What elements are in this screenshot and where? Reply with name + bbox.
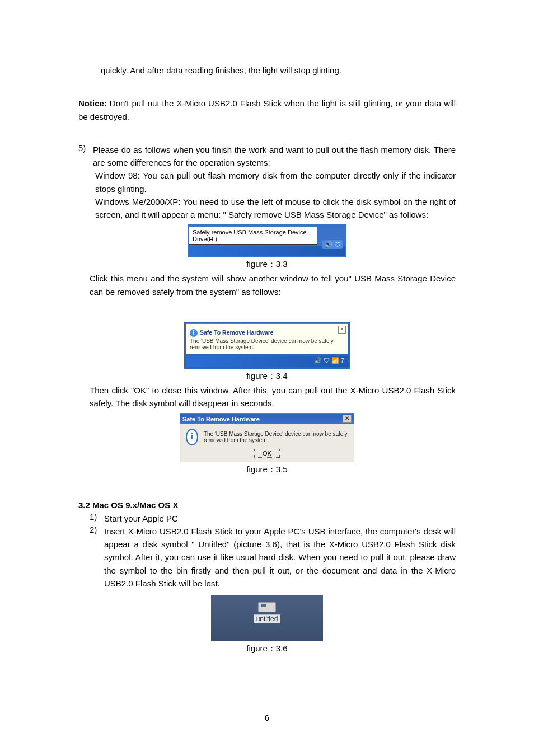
system-tray-icons: 🔊 🛡 📶 7:	[314, 357, 346, 364]
disk-icon	[258, 602, 276, 612]
list-body: Insert X-Micro USB2.0 Flash Stick to you…	[104, 525, 456, 590]
body-text: Please do as follows when you finish the…	[93, 143, 456, 170]
figure-caption: figure：3.3	[78, 259, 456, 270]
dialog-body: i The 'USB Mass Storage Device' device c…	[180, 424, 354, 448]
spacer	[78, 298, 456, 308]
figure-caption: figure：3.4	[78, 371, 456, 382]
disk-label: untitled	[254, 614, 281, 623]
section-heading-3-2: 3.2 Mac OS 9.x/Mac OS X	[78, 499, 456, 511]
notification-balloon: × iSafe To Remove Hardware The 'USB Mass…	[186, 323, 348, 354]
body-text: quickly. And after data reading finishes…	[78, 64, 456, 77]
body-text: Window 98: You can pull out flash memory…	[93, 169, 456, 195]
dialog-message: The 'USB Mass Storage Device' device can…	[204, 431, 348, 443]
screenshot-safely-remove-menu: Safely remove USB Mass Storage Device - …	[188, 224, 346, 257]
info-icon: i	[186, 429, 198, 445]
list-item-1: 1) Start your Apple PC	[78, 512, 456, 525]
document-page: quickly. And after data reading finishes…	[0, 0, 534, 756]
taskbar: 🔊 🛡	[189, 246, 345, 256]
spacer	[78, 133, 456, 143]
body-text: Then click "OK" to close this window. Af…	[78, 384, 456, 410]
spacer	[78, 123, 456, 133]
figure-caption: figure：3.6	[78, 644, 456, 654]
figure-3-6: untitled	[78, 595, 456, 641]
spacer	[78, 77, 456, 87]
spacer	[78, 308, 456, 318]
system-tray-icons: 🔊 🛡	[322, 240, 343, 249]
notice-label: Notice:	[78, 98, 107, 108]
page-number: 6	[0, 713, 534, 722]
list-number: 2)	[90, 525, 104, 590]
list-item-5: 5) Please do as follows when you finish …	[78, 143, 456, 222]
list-body: Start your Apple PC	[104, 512, 456, 525]
notice-paragraph: Notice: Don't pull out the X-Micro USB2.…	[78, 97, 456, 123]
body-text: Insert X-Micro USB2.0 Flash Stick to you…	[104, 525, 456, 590]
figure-3-3: Safely remove USB Mass Storage Device - …	[78, 224, 456, 257]
close-icon: ×	[338, 326, 346, 334]
figure-caption: figure：3.5	[78, 464, 456, 475]
balloon-title-row: iSafe To Remove Hardware	[190, 327, 344, 337]
figure-3-5: Safe To Remove Hardware ✕ i The 'USB Mas…	[78, 413, 456, 462]
info-icon: i	[190, 329, 198, 337]
notice-text: Don't pull out the X-Micro USB2.0 Flash …	[78, 98, 456, 121]
screenshot-mac-desktop-disk: untitled	[211, 595, 323, 641]
spacer	[78, 87, 456, 97]
list-number: 5)	[78, 143, 93, 222]
dialog-button-row: OK	[180, 448, 354, 462]
taskbar: 🔊 🛡 📶 7:	[186, 356, 348, 367]
balloon-body: The 'USB Mass Storage Device' device can…	[190, 338, 344, 350]
figure-3-4: × iSafe To Remove Hardware The 'USB Mass…	[78, 322, 456, 369]
close-icon: ✕	[343, 415, 352, 423]
body-text: Windows Me/2000/XP: You need to use the …	[93, 195, 456, 222]
dialog-titlebar: Safe To Remove Hardware ✕	[180, 414, 354, 424]
screenshot-balloon-tip: × iSafe To Remove Hardware The 'USB Mass…	[184, 322, 350, 369]
body-text: Click this menu and the system will show…	[78, 272, 456, 298]
menu-item-safely-remove: Safely remove USB Mass Storage Device - …	[189, 227, 317, 245]
body-text: Start your Apple PC	[104, 512, 456, 525]
balloon-title: Safe To Remove Hardware	[200, 329, 274, 336]
list-number: 1)	[90, 512, 104, 525]
spacer	[78, 477, 456, 487]
dialog-title: Safe To Remove Hardware	[182, 416, 260, 422]
screenshot-dialog-safe-remove: Safe To Remove Hardware ✕ i The 'USB Mas…	[180, 413, 354, 462]
ok-button: OK	[254, 449, 280, 458]
list-item-2: 2) Insert X-Micro USB2.0 Flash Stick to …	[78, 525, 456, 590]
list-body: Please do as follows when you finish the…	[93, 143, 456, 222]
